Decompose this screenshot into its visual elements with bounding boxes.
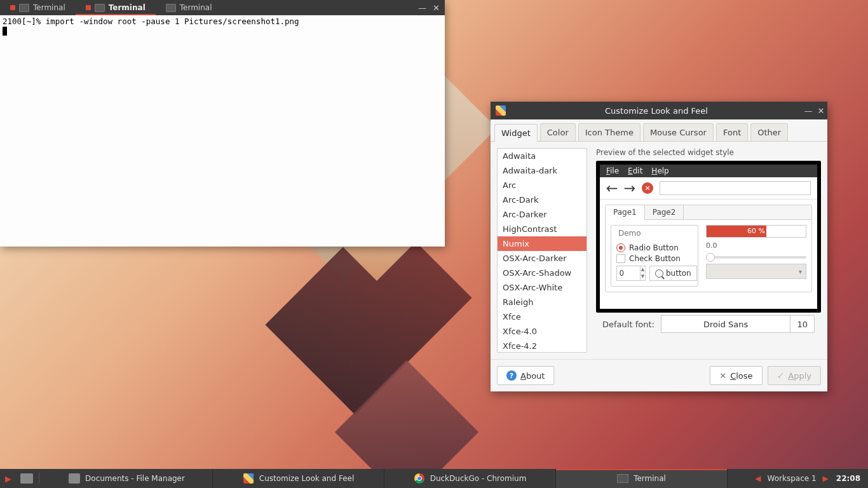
notebook-tab[interactable]: Page1 <box>606 205 645 220</box>
theme-item[interactable]: Numix <box>498 236 587 251</box>
close-button[interactable]: ✕ <box>433 3 440 13</box>
lx-tab-other[interactable]: Other <box>750 123 788 141</box>
lx-tab-color[interactable]: Color <box>540 123 576 141</box>
terminal-body[interactable]: 2100[~]% import -window root -pause 1 Pi… <box>0 15 445 247</box>
taskbar-task[interactable]: DuckDuckGo - Chromium <box>384 469 556 488</box>
demo-button[interactable]: button <box>649 266 697 281</box>
workspace-prev-icon[interactable]: ◀ <box>755 474 761 483</box>
lx-tabbar: WidgetColorIcon ThemeMouse CursorFontOth… <box>491 119 827 142</box>
check-button[interactable]: Check Button <box>616 254 693 263</box>
menu-help[interactable]: Help <box>651 166 668 175</box>
terminal-titlebar[interactable]: Terminal Terminal Terminal — ✕ <box>0 0 445 15</box>
taskbar-task[interactable]: Customize Look and Feel <box>213 469 384 488</box>
task-label: Terminal <box>634 474 666 483</box>
terminal-prompt: 2100[~]% <box>3 17 46 26</box>
workspace-indicator[interactable]: Workspace 1 <box>761 474 823 483</box>
spin-down-icon[interactable]: ▼ <box>641 273 645 280</box>
minimize-button[interactable]: — <box>418 3 426 13</box>
theme-item[interactable]: Arc-Darker <box>498 207 587 222</box>
task-label: DuckDuckGo - Chromium <box>430 474 527 483</box>
lxappearance-icon <box>243 473 254 484</box>
scale-slider[interactable] <box>706 256 806 259</box>
spin-input[interactable] <box>617 266 640 280</box>
terminal-tab[interactable]: Terminal <box>0 0 76 15</box>
theme-item[interactable]: OSX-Arc-Shadow <box>498 266 587 280</box>
spin-up-icon[interactable]: ▲ <box>641 266 645 273</box>
demo-frame: Demo Radio Button Check Button <box>611 225 698 287</box>
taskbar: ▶ Documents - File ManagerCustomize Look… <box>0 469 868 488</box>
terminal-window: Terminal Terminal Terminal — ✕ 2100[~]% … <box>0 0 445 247</box>
theme-item[interactable]: Adwaita-dark <box>498 163 587 178</box>
taskbar-task[interactable]: Documents - File Manager <box>41 469 213 488</box>
demo-frame-label: Demo <box>616 229 643 238</box>
taskbar-task[interactable]: Terminal <box>556 469 728 488</box>
terminal-tab[interactable]: Terminal <box>156 0 222 15</box>
forward-icon[interactable]: 🡒 <box>624 182 635 195</box>
lx-tab-icon-theme[interactable]: Icon Theme <box>578 123 641 141</box>
lx-titlebar[interactable]: Customize Look and Feel — ✕ <box>491 102 827 119</box>
default-font-label: Default font: <box>602 320 654 329</box>
combo-box[interactable]: ▾ <box>706 264 806 279</box>
preview-notebook: Page1 Page2 Demo Radio Button <box>605 205 812 292</box>
terminal-icon <box>95 4 105 12</box>
lx-tab-widget[interactable]: Widget <box>494 124 538 142</box>
notebook-tab[interactable]: Page2 <box>645 205 684 219</box>
font-name: Droid Sans <box>661 320 790 329</box>
terminal-icon <box>19 4 29 12</box>
theme-item[interactable]: OSX-Arc-White <box>498 280 587 295</box>
theme-item[interactable]: Raleigh <box>498 295 587 309</box>
apply-button: ✓ Apply <box>768 366 821 385</box>
minimize-button[interactable]: — <box>802 106 815 116</box>
close-label: Close <box>730 371 752 381</box>
search-icon <box>655 269 663 278</box>
help-icon: ? <box>506 370 517 381</box>
theme-item[interactable]: HighContrast <box>498 222 587 236</box>
address-input[interactable] <box>660 181 811 195</box>
terminal-tab-active[interactable]: Terminal <box>76 0 156 15</box>
lx-tab-font[interactable]: Font <box>716 123 748 141</box>
theme-item[interactable]: Arc <box>498 178 587 193</box>
launcher-button[interactable]: ▶ <box>0 469 17 488</box>
font-size: 10 <box>790 316 814 332</box>
spin-button[interactable]: ▲ ▼ <box>616 266 646 281</box>
progress-text: 60 % <box>707 226 806 237</box>
radio-button[interactable]: Radio Button <box>616 243 693 252</box>
theme-item[interactable]: Xfce-4.0 <box>498 324 587 339</box>
scale-value: 0.0 <box>706 241 806 250</box>
tab-label: Terminal <box>33 3 65 12</box>
preview-box: File Edit Help 🡐 🡒 ✕ Page1 Page2 <box>596 161 821 313</box>
terminal-command: import -window root -pause 1 Pictures/sc… <box>46 17 299 26</box>
theme-item[interactable]: Adwaita <box>498 149 587 163</box>
clock[interactable]: 22:08 <box>829 474 868 483</box>
lx-tab-mouse-cursor[interactable]: Mouse Cursor <box>643 123 714 141</box>
apply-icon: ✓ <box>777 370 785 381</box>
apply-label: Apply <box>788 371 811 381</box>
theme-item[interactable]: Xfce <box>498 309 587 324</box>
close-button[interactable]: ✕ Close <box>710 366 762 385</box>
lxappearance-window: Customize Look and Feel — ✕ WidgetColorI… <box>491 102 827 391</box>
folder-icon <box>69 473 80 484</box>
lx-footer: ? About ✕ Close ✓ Apply <box>491 359 827 391</box>
task-label: Documents - File Manager <box>85 474 185 483</box>
theme-list[interactable]: AdwaitaAdwaita-darkArcArc-DarkArc-Darker… <box>497 148 587 353</box>
close-button[interactable]: ✕ <box>815 106 827 116</box>
tab-marker-icon <box>10 5 15 10</box>
menu-file[interactable]: File <box>606 166 619 175</box>
theme-item[interactable]: OSX-Arc-Darker <box>498 251 587 266</box>
about-button[interactable]: ? About <box>497 366 554 385</box>
menu-edit[interactable]: Edit <box>628 166 642 175</box>
task-label: Customize Look and Feel <box>259 474 354 483</box>
theme-item[interactable]: Arc-Dark <box>498 193 587 207</box>
back-icon[interactable]: 🡐 <box>606 182 618 195</box>
file-manager-launcher-icon[interactable] <box>20 473 33 484</box>
tab-label: Terminal <box>109 3 146 12</box>
theme-item[interactable]: Xfce-4.2 <box>498 339 587 353</box>
font-chooser-button[interactable]: Droid Sans 10 <box>661 315 815 333</box>
chromium-icon <box>414 473 425 484</box>
check-label: Check Button <box>629 254 681 263</box>
workspace-next-icon[interactable]: ▶ <box>823 474 829 483</box>
terminal-icon <box>166 4 176 12</box>
slider-thumb-icon[interactable] <box>706 253 715 262</box>
stop-icon[interactable]: ✕ <box>642 182 653 194</box>
checkbox-icon <box>616 254 625 263</box>
